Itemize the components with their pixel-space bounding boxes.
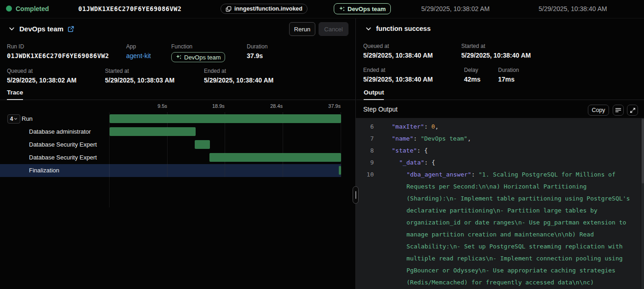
trace-row-label: Database administrator: [29, 128, 91, 135]
panel-resize-handle[interactable]: [353, 186, 359, 204]
line-number: 7: [356, 133, 374, 145]
tab-output[interactable]: Output: [364, 89, 384, 100]
copy-button[interactable]: Copy: [588, 105, 609, 116]
code-scrollbar-thumb[interactable]: [642, 119, 644, 183]
app-link[interactable]: agent-kit: [126, 52, 151, 59]
trigger-event-chip[interactable]: inngest/function.invoked: [220, 4, 307, 14]
trace-row-database-security-expert[interactable]: Database Security Expert: [0, 151, 341, 164]
step-output-code[interactable]: 6"maxIter": 0,7"name": "DevOps team",8"s…: [356, 118, 644, 289]
trace-row-finalization[interactable]: Finalization: [0, 164, 341, 177]
run-id: 01JWDK1XE6C270F6YE69086VW2: [78, 5, 181, 12]
code-line-content: "maxIter": 0,: [379, 121, 636, 133]
rerun-button[interactable]: Rerun: [289, 22, 315, 36]
step-started-value: 5/29/2025, 10:38:40 AM: [461, 52, 531, 59]
step-field-delay: Delay 42ms: [464, 67, 481, 83]
field-started-at: Started at 5/29/2025, 10:38:03 AM: [105, 68, 174, 84]
step-field-ended: Ended at 5/29/2025, 10:38:40 AM: [363, 67, 433, 83]
field-run-id-label: Run ID: [7, 43, 109, 50]
code-line: 6"maxIter": 0,: [356, 121, 644, 133]
function-badge-label: DevOps team: [184, 54, 220, 61]
field-run-id-value: 01JWDK1XE6C270F6YE69086VW2: [7, 52, 109, 59]
axis-tick-label: 9.5s: [157, 103, 168, 109]
axis-tick-label: 18.9s: [212, 103, 225, 109]
cancel-button[interactable]: Cancel: [319, 22, 348, 36]
trace-column-separator: [109, 112, 110, 207]
code-line-content: "dba_agent_answer": "1. Scaling PostgreS…: [379, 169, 636, 289]
expand-output-button[interactable]: [627, 105, 638, 116]
code-scrollbar[interactable]: [641, 118, 644, 289]
step-delay-value: 42ms: [464, 76, 481, 83]
trace-row-database-administrator[interactable]: Database administrator: [0, 125, 341, 138]
trace-span-bar[interactable]: [339, 166, 341, 175]
external-link-icon[interactable]: [68, 26, 74, 32]
step-duration-label: Duration: [498, 67, 519, 73]
run-status: Completed: [16, 5, 49, 12]
expand-children-button[interactable]: 4: [7, 114, 20, 124]
trace-span-bar[interactable]: [209, 153, 341, 162]
step-delay-label: Delay: [464, 67, 481, 73]
run-started-timestamp: 5/29/2025, 10:38:02 AM: [421, 5, 490, 12]
line-number: 6: [356, 121, 374, 133]
line-number: 10: [356, 169, 374, 289]
axis-tick-label: 37.9s: [328, 103, 341, 109]
code-line: 10"dba_agent_answer": "1. Scaling Postgr…: [356, 169, 644, 289]
step-ended-label: Ended at: [363, 67, 433, 73]
step-output-title: Step Output: [363, 106, 398, 113]
expand-icon: [630, 107, 636, 113]
step-ended-value: 5/29/2025, 10:38:40 AM: [363, 76, 433, 83]
step-output-toolbar: Step Output Copy: [356, 100, 644, 118]
code-line-content: "_data": {: [379, 157, 636, 169]
tab-trace[interactable]: Trace: [7, 89, 23, 100]
status-completed-dot-icon: [6, 6, 12, 12]
trace-waterfall: 9.5s18.9s28.4s37.9s 4RunDatabase adminis…: [0, 100, 341, 211]
step-duration-value: 17ms: [498, 76, 519, 83]
trace-row-label: Database Security Expert: [29, 154, 97, 161]
step-field-started: Started at 5/29/2025, 10:38:40 AM: [461, 43, 531, 59]
child-count: 4: [10, 116, 13, 122]
trace-row-run[interactable]: 4Run: [0, 112, 341, 125]
code-line: 9"_data": {: [356, 157, 644, 169]
run-panel-tabs: Trace: [0, 88, 355, 100]
step-started-label: Started at: [461, 43, 531, 49]
function-chip-label: DevOps team: [348, 6, 386, 12]
field-started-value: 5/29/2025, 10:38:03 AM: [105, 77, 174, 84]
code-line-content: "name": "DevOps team",: [379, 133, 636, 145]
function-badge[interactable]: DevOps team: [171, 52, 225, 62]
wrap-lines-button[interactable]: [613, 105, 624, 116]
axis-tick-label: 28.4s: [270, 103, 283, 109]
sparkle-icon: [176, 54, 181, 60]
inngest-run-detail-page: Completed 01JWDK1XE6C270F6YE69086VW2 inn…: [0, 0, 644, 289]
field-duration-label: Duration: [247, 43, 267, 50]
collapse-chevron-icon[interactable]: [8, 25, 15, 32]
trace-span-bar[interactable]: [195, 140, 210, 149]
field-ended-at: Ended at 5/29/2025, 10:38:40 AM: [204, 68, 273, 84]
field-started-label: Started at: [105, 68, 174, 74]
step-panel-header: function success: [365, 25, 430, 32]
trace-row-label: Finalization: [29, 167, 59, 174]
trace-row-database-security-expert[interactable]: Database Security Expert: [0, 138, 341, 151]
field-ended-label: Ended at: [204, 68, 273, 74]
line-number: 9: [356, 157, 374, 169]
function-chip[interactable]: DevOps team: [334, 3, 391, 14]
run-panel-title: DevOps team: [19, 25, 64, 33]
field-queued-at: Queued at 5/29/2025, 10:38:02 AM: [7, 68, 76, 84]
code-line: 8"state": {: [356, 145, 644, 157]
trace-span-bar[interactable]: [110, 127, 196, 136]
field-function-label: Function: [171, 43, 225, 50]
field-app-label: App: [126, 43, 151, 50]
wrap-lines-icon: [615, 107, 621, 113]
collapse-chevron-icon[interactable]: [365, 25, 372, 32]
trace-span-bar[interactable]: [110, 114, 341, 123]
step-queued-label: Queued at: [363, 43, 433, 49]
line-number: 8: [356, 145, 374, 157]
step-queued-value: 5/29/2025, 10:38:40 AM: [363, 52, 433, 59]
trace-row-label: Database Security Expert: [29, 141, 97, 148]
step-panel-title: function success: [376, 25, 430, 32]
step-field-queued: Queued at 5/29/2025, 10:38:40 AM: [363, 43, 433, 59]
field-duration-value: 37.9s: [247, 52, 267, 59]
run-panel: DevOps team Rerun Cancel Run ID 01JWDK1X…: [0, 18, 355, 289]
run-header-bar: Completed 01JWDK1XE6C270F6YE69086VW2 inn…: [0, 0, 644, 18]
code-line-content: "state": {: [379, 145, 636, 157]
code-line: 7"name": "DevOps team",: [356, 133, 644, 145]
field-ended-value: 5/29/2025, 10:38:40 AM: [204, 77, 273, 84]
